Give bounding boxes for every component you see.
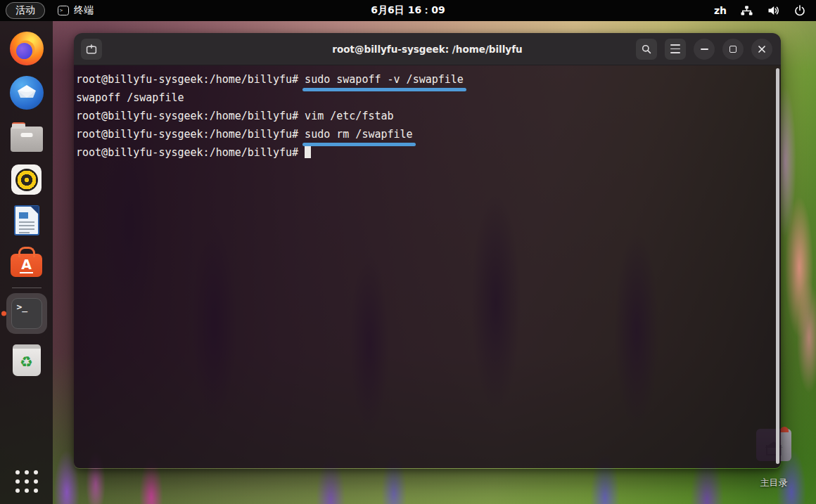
terminal-prompt: root@billyfu-sysgeek:/home/billyfu# bbox=[76, 146, 305, 159]
dock-item-libreoffice-writer[interactable] bbox=[14, 205, 39, 235]
dock-item-trash[interactable]: ♻ bbox=[13, 344, 41, 376]
show-apps-button[interactable] bbox=[15, 470, 38, 493]
maximize-button[interactable] bbox=[722, 39, 744, 60]
dock-item-terminal[interactable]: >_ bbox=[6, 293, 47, 334]
dock-item-files[interactable] bbox=[11, 120, 43, 154]
trash-icon: ♻ bbox=[13, 344, 41, 376]
running-indicator-dot bbox=[1, 311, 6, 316]
terminal-line: swapoff /swapfile bbox=[76, 91, 781, 109]
new-tab-button[interactable] bbox=[81, 39, 102, 60]
power-icon[interactable] bbox=[793, 4, 806, 17]
menu-icon bbox=[670, 44, 680, 53]
dock-item-thunderbird[interactable] bbox=[10, 76, 44, 110]
menu-button[interactable] bbox=[665, 39, 686, 60]
new-tab-icon bbox=[85, 43, 98, 56]
maximize-icon bbox=[729, 46, 737, 53]
activities-button[interactable]: 活动 bbox=[6, 2, 45, 19]
focused-app-name: 终端 bbox=[74, 4, 94, 17]
terminal-icon: >_ bbox=[11, 298, 42, 329]
dock-item-ubuntu-software[interactable]: A bbox=[11, 246, 42, 277]
home-icon-label: 主目录 bbox=[756, 477, 792, 489]
search-button[interactable] bbox=[636, 39, 657, 60]
search-icon bbox=[641, 44, 652, 55]
dock-item-rhythmbox[interactable] bbox=[11, 164, 42, 195]
thunderbird-icon bbox=[10, 76, 44, 110]
rhythmbox-icon bbox=[11, 164, 42, 195]
terminal-screen[interactable]: root@billyfu-sysgeek:/home/billyfu# sudo… bbox=[74, 65, 781, 468]
ubuntu-software-icon: A bbox=[11, 254, 42, 277]
minimize-button[interactable] bbox=[694, 39, 715, 60]
network-wired-icon[interactable] bbox=[740, 4, 753, 17]
focused-app-indicator[interactable]: > 终端 bbox=[58, 4, 94, 17]
terminal-line: root@billyfu-sysgeek:/home/billyfu# sudo… bbox=[76, 72, 781, 91]
system-tray: zh bbox=[714, 4, 806, 17]
dock: A >_ ♻ bbox=[0, 21, 53, 504]
terminal-command-underlined: sudo rm /swapfile bbox=[305, 128, 413, 141]
volume-icon[interactable] bbox=[767, 4, 780, 17]
terminal-cursor bbox=[305, 146, 311, 158]
terminal-mini-icon: > bbox=[58, 6, 69, 15]
window-titlebar[interactable]: root@billyfu-sysgeek: /home/billyfu bbox=[74, 33, 781, 65]
keyboard-layout-indicator[interactable]: zh bbox=[714, 5, 727, 16]
close-button[interactable] bbox=[751, 39, 772, 60]
terminal-command: vim /etc/fstab bbox=[305, 110, 393, 122]
terminal-window: root@billyfu-sysgeek: /home/billyfu bbox=[74, 33, 781, 469]
terminal-prompt: root@billyfu-sysgeek:/home/billyfu# bbox=[76, 128, 305, 141]
desktop-screen: 主目录 root@billyfu-sysgeek: /home/billyfu bbox=[0, 0, 816, 504]
dock-item-firefox[interactable] bbox=[10, 32, 44, 65]
terminal-line: root@billyfu-sysgeek:/home/billyfu# vim … bbox=[76, 109, 781, 127]
files-icon bbox=[11, 127, 43, 152]
scrollbar-thumb[interactable] bbox=[776, 68, 779, 464]
terminal-line: root@billyfu-sysgeek:/home/billyfu# bbox=[76, 146, 781, 164]
terminal-line: root@billyfu-sysgeek:/home/billyfu# sudo… bbox=[76, 127, 781, 146]
clock[interactable]: 6月6日 16：09 bbox=[371, 4, 445, 17]
terminal-command-underlined: sudo swapoff -v /swapfile bbox=[305, 73, 464, 86]
firefox-icon bbox=[10, 32, 44, 65]
window-title: root@billyfu-sysgeek: /home/billyfu bbox=[332, 44, 522, 55]
top-bar: 活动 > 终端 6月6日 16：09 zh bbox=[0, 0, 816, 21]
close-icon bbox=[758, 45, 766, 53]
dock-separator bbox=[12, 287, 42, 288]
minimize-icon bbox=[701, 49, 708, 50]
terminal-prompt: root@billyfu-sysgeek:/home/billyfu# bbox=[76, 110, 305, 122]
terminal-prompt: root@billyfu-sysgeek:/home/billyfu# bbox=[76, 73, 305, 86]
libreoffice-writer-icon bbox=[14, 205, 39, 235]
